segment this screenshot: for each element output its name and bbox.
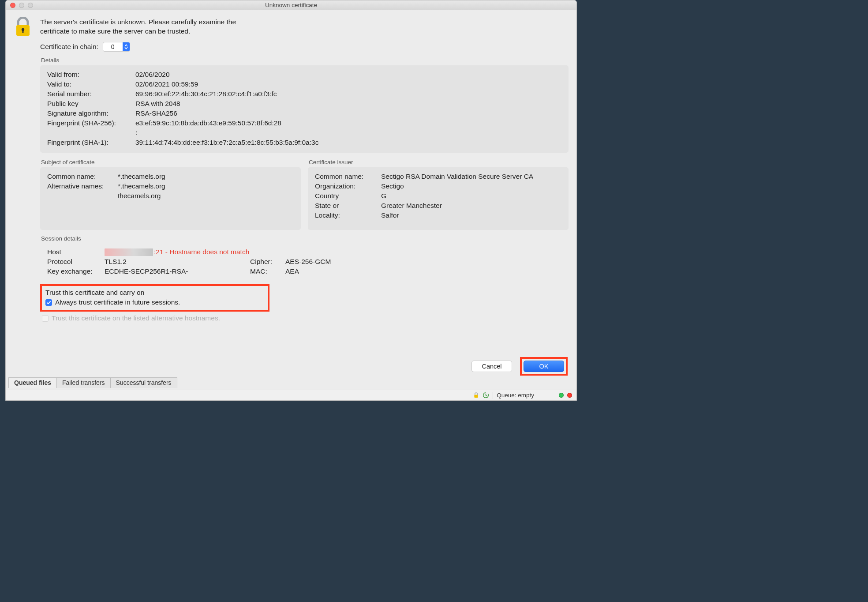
chain-value: 0: [103, 43, 123, 50]
issuer-org-value: Sectigo: [381, 182, 561, 190]
issuer-state-value: Greater Manchester: [381, 202, 561, 210]
subject-legend: Subject of certificate: [40, 159, 97, 167]
tab-queued-files[interactable]: Queued files: [8, 377, 57, 388]
chain-select[interactable]: 0: [103, 42, 130, 52]
fp1-value: 39:11:4d:74:4b:dd:ee:f3:1b:e7:2c:a5:e1:8…: [135, 139, 561, 147]
ok-highlight-box: OK: [520, 357, 568, 376]
trust-alt-hosts-checkbox: [42, 315, 49, 322]
issuer-cn-label: Common name:: [315, 173, 381, 181]
subject-cn-value: *.thecamels.org: [118, 173, 294, 181]
cancel-button[interactable]: Cancel: [471, 361, 512, 372]
issuer-state-label: State or: [315, 202, 381, 210]
session-proto-label: Protocol: [47, 258, 105, 266]
status-bar: Queue: empty: [6, 390, 576, 400]
session-cipher-label: Cipher:: [250, 258, 285, 266]
fp256-label: Fingerprint (SHA-256):: [47, 119, 135, 127]
session-kex-label: Key exchange:: [47, 267, 105, 275]
session-mac-value: AEA: [285, 267, 561, 275]
details-legend: Details: [40, 57, 61, 65]
session-group: Session details Host :21 - Hostname does…: [40, 235, 569, 281]
status-indicator-red[interactable]: [567, 393, 572, 398]
session-host-value: :21 - Hostname does not match: [105, 248, 561, 256]
intro-line2: certificate to make sure the server can …: [40, 27, 190, 35]
trust-highlight-box: Trust this certificate and carry on Alwa…: [40, 284, 269, 312]
subject-alt-label: Alternative names:: [47, 182, 118, 190]
serial-label: Serial number:: [47, 90, 135, 98]
always-trust-checkbox[interactable]: [45, 299, 52, 306]
valid-from-label: Valid from:: [47, 71, 135, 79]
subject-alt-value2: thecamels.org: [118, 192, 294, 200]
intro-line1: The server's certificate is unknown. Ple…: [40, 18, 236, 26]
subject-alt-value1: *.thecamels.org: [118, 182, 294, 190]
chain-label: Certificate in chain:: [40, 43, 98, 51]
tab-successful-transfers[interactable]: Successful transfers: [110, 377, 177, 388]
tab-failed-transfers[interactable]: Failed transfers: [56, 377, 110, 388]
status-sync-icon[interactable]: [483, 392, 489, 399]
details-group: Details Valid from: 02/06/2020 Valid to:…: [40, 57, 569, 153]
chevron-updown-icon: [123, 42, 130, 52]
window-title: Unknown certificate: [6, 2, 576, 8]
fp1-label: Fingerprint (SHA-1):: [47, 139, 135, 147]
session-mac-label: MAC:: [250, 267, 285, 275]
session-cipher-value: AES-256-GCM: [285, 258, 561, 266]
session-legend: Session details: [40, 235, 83, 244]
serial-value: 69:96:90:ef:22:4b:30:4c:21:28:02:c4:f1:a…: [135, 90, 561, 98]
trust-heading: Trust this certificate and carry on: [45, 289, 264, 297]
session-host-text: :21 - Hostname does not match: [154, 248, 249, 256]
issuer-locality-value: Salfor: [381, 211, 561, 219]
issuer-country-label: Country: [315, 192, 381, 200]
sigalg-value: RSA-SHA256: [135, 109, 561, 117]
valid-to-value: 02/06/2021 00:59:59: [135, 80, 561, 88]
ok-button[interactable]: OK: [524, 361, 564, 372]
sigalg-label: Signature algorithm:: [47, 109, 135, 117]
trust-alt-hosts-label: Trust this certificate on the listed alt…: [52, 314, 220, 322]
issuer-locality-label: Locality:: [315, 211, 381, 219]
issuer-group: Certificate issuer Common name: Sectigo …: [308, 159, 569, 230]
issuer-org-label: Organization:: [315, 182, 381, 190]
dialog-window: Unknown certificate The server's certifi…: [5, 0, 577, 401]
issuer-legend: Certificate issuer: [308, 159, 355, 167]
titlebar: Unknown certificate: [6, 0, 576, 10]
issuer-country-value: G: [381, 192, 561, 200]
session-proto-value: TLS1.2: [105, 258, 250, 266]
lock-icon: [14, 17, 34, 322]
valid-to-label: Valid to:: [47, 80, 135, 88]
session-host-label: Host: [47, 248, 105, 256]
fp256-value: e3:ef:59:9c:10:8b:da:db:43:e9:59:50:57:8…: [135, 119, 561, 127]
queue-status-text: Queue: empty: [497, 392, 534, 399]
redacted-hostname: [105, 248, 153, 256]
subject-group: Subject of certificate Common name: *.th…: [40, 159, 301, 230]
fp256-cont: :: [135, 129, 561, 137]
svg-rect-2: [22, 30, 24, 33]
subject-cn-label: Common name:: [47, 173, 118, 181]
svg-rect-3: [475, 395, 478, 398]
valid-from-value: 02/06/2020: [135, 71, 561, 79]
pubkey-label: Public key: [47, 100, 135, 108]
issuer-cn-value: Sectigo RSA Domain Validation Secure Ser…: [381, 173, 561, 181]
pubkey-value: RSA with 2048: [135, 100, 561, 108]
always-trust-label: Always trust certificate in future sessi…: [55, 298, 180, 306]
status-indicator-green[interactable]: [559, 393, 564, 398]
session-kex-value: ECDHE-SECP256R1-RSA-: [105, 267, 250, 275]
transfer-tabs: Queued files Failed transfers Successful…: [8, 377, 177, 388]
status-lock-icon[interactable]: [473, 392, 479, 398]
intro-text: The server's certificate is unknown. Ple…: [40, 17, 287, 36]
